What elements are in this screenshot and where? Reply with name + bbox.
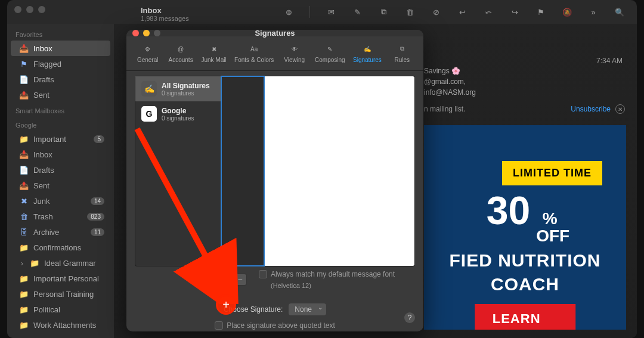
sidebar-item-confirmations[interactable]: 📁Confirmations: [11, 240, 110, 255]
sidebar-item-inbox[interactable]: 📥Inbox: [11, 41, 110, 56]
count-badge: 823: [87, 213, 104, 221]
ad-headline: 30 % OFF: [448, 188, 608, 246]
compose-icon[interactable]: ✎: [352, 7, 363, 17]
account-sig-count: 0 signatures: [162, 90, 210, 97]
to-line-2: info@NASM.org: [424, 87, 625, 98]
signature-list[interactable]: [221, 76, 265, 266]
add-signature-button[interactable]: +: [221, 274, 234, 286]
close-icon[interactable]: [14, 6, 21, 13]
search-icon[interactable]: 🔍: [614, 7, 625, 17]
sidebar-item-sent[interactable]: 📤Sent: [11, 87, 110, 103]
sidebar-item-political[interactable]: 📁Political: [11, 302, 110, 317]
choose-signature-select[interactable]: None: [289, 303, 326, 315]
place-above-checkbox[interactable]: [215, 321, 223, 330]
dismiss-banner-icon[interactable]: ✕: [615, 104, 625, 114]
tab-icon: Aa: [247, 42, 261, 55]
sidebar-item-important[interactable]: 📁Important5: [11, 131, 110, 147]
tab-label: Fonts & Colors: [234, 57, 274, 63]
sidebar-section-label: Smart Mailboxes: [7, 103, 114, 117]
account-item-google[interactable]: GGoogle0 signatures: [135, 101, 221, 126]
folder-icon: 📁: [19, 289, 29, 299]
place-above-label: Place signature above quoted text: [227, 321, 335, 330]
prefs-tabs: ⚙General@Accounts✖Junk MailAaFonts & Col…: [126, 36, 423, 71]
minimize-icon[interactable]: [26, 6, 33, 13]
folder-icon: 📁: [19, 243, 29, 252]
delete-icon[interactable]: 🗑: [404, 7, 415, 17]
message-header: Savings 🌸 @gmail.com, info@NASM.org: [424, 66, 625, 98]
prefs-tab-fonts-colors[interactable]: AaFonts & Colors: [231, 40, 277, 66]
sidebar-item-label: Inbox: [33, 44, 52, 53]
sent-icon: 📤: [19, 90, 29, 100]
archive-icon: 🗄: [19, 227, 29, 237]
prefs-tab-rules[interactable]: ⧉Rules: [386, 40, 418, 66]
mute-icon[interactable]: 🔕: [562, 7, 572, 17]
inbox-icon: 📥: [19, 44, 29, 53]
sidebar-item-label: Drafts: [33, 75, 54, 84]
sidebar-item-personal-training[interactable]: 📁Personal Training: [11, 286, 110, 302]
sidebar-item-sent[interactable]: 📤Sent: [11, 178, 110, 193]
sidebar: Favorites📥Inbox⚑Flagged📄Drafts📤SentSmart…: [7, 24, 114, 338]
folder-icon: 📁: [19, 305, 29, 314]
prefs-tab-signatures[interactable]: ✍Signatures: [349, 40, 385, 66]
forward-icon[interactable]: ↪: [509, 7, 520, 17]
tab-icon: @: [174, 42, 187, 55]
remove-signature-button[interactable]: −: [234, 274, 247, 286]
tab-label: Viewing: [284, 57, 305, 63]
sidebar-item-important-personal[interactable]: 📁Important Personal: [11, 271, 110, 286]
sidebar-item-drafts[interactable]: 📄Drafts: [11, 72, 110, 87]
sidebar-item-label: Junk: [33, 197, 49, 206]
sidebar-item-label: Trash: [33, 212, 53, 221]
prefs-tab-junk-mail[interactable]: ✖Junk Mail: [197, 40, 230, 66]
sidebar-item-flagged[interactable]: ⚑Flagged: [11, 56, 110, 72]
prefs-tab-viewing[interactable]: 👁Viewing: [278, 40, 311, 66]
message-time: 7:34 AM: [596, 57, 623, 65]
message-count: 1,983 messages: [141, 15, 189, 22]
account-list: ✍All Signatures0 signaturesGGoogle0 sign…: [135, 76, 221, 266]
zoom-icon[interactable]: [38, 6, 45, 13]
account-sig-count: 0 signatures: [162, 115, 194, 122]
tab-icon: ✖: [208, 42, 221, 55]
tab-icon: 👁: [288, 42, 301, 55]
choose-label: Choose Signature:: [224, 305, 283, 314]
sidebar-item-junk[interactable]: ✖Junk14: [11, 193, 110, 209]
count-badge: 5: [94, 135, 104, 143]
unsubscribe-link[interactable]: Unsubscribe: [571, 105, 611, 113]
tab-label: Rules: [394, 57, 410, 63]
junk-icon[interactable]: ⊘: [431, 7, 441, 17]
prefs-tab-general[interactable]: ⚙General: [132, 40, 164, 66]
traffic-lights[interactable]: [14, 6, 45, 13]
sidebar-item-label: Drafts: [33, 166, 54, 175]
sidebar-item-archive[interactable]: 🗄Archive11: [11, 224, 110, 240]
signature-preview[interactable]: [265, 76, 415, 266]
help-button[interactable]: ?: [404, 312, 415, 323]
folder-icon: 📁: [19, 134, 29, 144]
inbox-icon: 📥: [19, 150, 29, 159]
sidebar-item-inbox[interactable]: 📥Inbox: [11, 147, 110, 162]
match-font-checkbox[interactable]: [259, 270, 267, 278]
tab-label: Accounts: [169, 57, 193, 63]
sidebar-item-trash[interactable]: 🗑Trash823: [11, 209, 110, 224]
sidebar-item-label: Sent: [33, 181, 49, 190]
sidebar-item-label: Political: [33, 305, 60, 314]
reply-icon[interactable]: ↩: [457, 7, 467, 17]
flag-icon[interactable]: ⚑: [535, 7, 546, 17]
sidebar-item-label: Archive: [33, 228, 59, 237]
ad-tag: LIMITED TIME: [502, 161, 602, 185]
prefs-tab-accounts[interactable]: @Accounts: [165, 40, 197, 66]
sidebar-item-work-attachments[interactable]: 📁Work Attachments: [11, 317, 110, 333]
reply-all-icon[interactable]: ⤺: [483, 7, 494, 17]
account-item-all-signatures[interactable]: ✍All Signatures0 signatures: [135, 76, 221, 101]
more-icon[interactable]: »: [588, 7, 599, 17]
prefs-tab-composing[interactable]: ✎Composing: [311, 40, 349, 66]
sidebar-item-ideal-grammar[interactable]: ›📁Ideal Grammar: [11, 255, 110, 271]
sidebar-item-drafts[interactable]: 📄Drafts: [11, 162, 110, 178]
ad-cta-button[interactable]: LEARN MORE: [475, 304, 576, 330]
archive-icon[interactable]: ⧉: [378, 7, 389, 17]
filter-icon[interactable]: ⊜: [283, 7, 294, 17]
tab-icon: ⧉: [395, 42, 408, 55]
tab-icon: ✎: [323, 42, 336, 55]
sidebar-item-label: Work Attachments: [33, 321, 96, 330]
account-name: Google: [162, 107, 194, 115]
envelope-icon[interactable]: ✉: [326, 7, 336, 17]
sidebar-item-label: Flagged: [33, 60, 61, 69]
